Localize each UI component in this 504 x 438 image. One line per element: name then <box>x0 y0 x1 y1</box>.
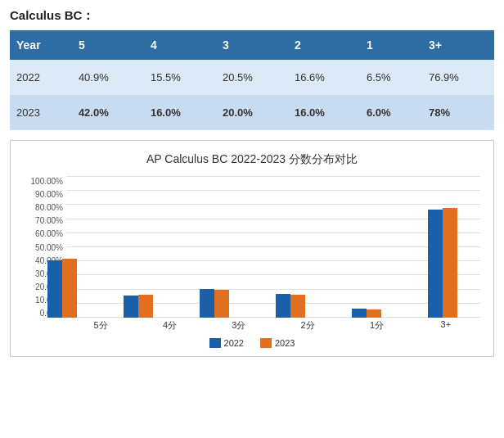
cell-value: 16.0% <box>144 95 216 130</box>
bar-group-3+ <box>404 177 480 318</box>
bar-2023 <box>62 259 77 318</box>
cell-value: 76.9% <box>422 60 494 95</box>
table-header-row: Year 5 4 3 2 1 3+ <box>10 30 494 60</box>
col-2: 2 <box>288 30 360 60</box>
bar-2023 <box>443 208 457 318</box>
chart-container: AP Calculus BC 2022-2023 分数分布对比 0.00%10.… <box>10 140 494 357</box>
col-1: 1 <box>360 30 422 60</box>
legend-2022: 2022 <box>209 338 244 348</box>
legend: 2022 2023 <box>24 338 480 348</box>
bar-group-2分 <box>252 177 328 318</box>
x-label: 2分 <box>273 319 342 332</box>
bar-2022 <box>124 296 138 318</box>
bar-2023 <box>290 295 305 318</box>
cell-year: 2022 <box>10 60 72 95</box>
table-row: 202240.9%15.5%20.5%16.6%6.5%76.9% <box>10 60 494 95</box>
bar-2022 <box>352 309 367 318</box>
bar-group-1分 <box>328 177 404 318</box>
legend-label-2023: 2023 <box>275 338 295 348</box>
data-table: Year 5 4 3 2 1 3+ 202240.9%15.5%20.5%16.… <box>10 30 494 130</box>
cell-value: 20.5% <box>216 60 288 95</box>
cell-value: 20.0% <box>216 95 288 130</box>
bar-2022 <box>428 210 443 318</box>
cell-value: 78% <box>422 95 494 130</box>
legend-box-2022 <box>209 338 221 348</box>
x-label: 3+ <box>412 319 480 332</box>
cell-value: 16.6% <box>288 60 360 95</box>
bar-group-4分 <box>100 177 176 318</box>
bar-2022 <box>200 289 214 318</box>
page-wrapper: Calculus BC： Year 5 4 3 2 1 3+ 202240.9%… <box>0 0 504 365</box>
x-label: 5分 <box>66 319 135 332</box>
col-year: Year <box>10 30 72 60</box>
x-labels: 5分4分3分2分1分3+ <box>24 319 480 332</box>
chart-title: AP Calculus BC 2022-2023 分数分布对比 <box>24 152 480 167</box>
bar-2022 <box>276 294 290 318</box>
cell-value: 40.9% <box>72 60 144 95</box>
section-title: Calculus BC： <box>10 8 494 24</box>
x-label: 4分 <box>135 319 204 332</box>
bar-2022 <box>47 260 62 318</box>
cell-value: 6.5% <box>360 60 422 95</box>
col-4: 4 <box>144 30 216 60</box>
bar-2023 <box>367 309 381 318</box>
cell-value: 15.5% <box>144 60 216 95</box>
col-3plus: 3+ <box>422 30 494 60</box>
col-3: 3 <box>216 30 288 60</box>
bar-2023 <box>214 290 229 318</box>
bars-group <box>24 177 480 318</box>
legend-box-2023 <box>260 338 272 348</box>
bar-group-3分 <box>176 177 252 318</box>
legend-2023: 2023 <box>260 338 295 348</box>
x-label: 1分 <box>342 319 411 332</box>
bar-group-5分 <box>24 177 100 318</box>
col-5: 5 <box>72 30 144 60</box>
cell-value: 6.0% <box>360 95 422 130</box>
x-label: 3分 <box>205 319 273 332</box>
bar-2023 <box>138 295 153 318</box>
cell-value: 16.0% <box>288 95 360 130</box>
cell-year: 2023 <box>10 95 72 130</box>
cell-value: 42.0% <box>72 95 144 130</box>
legend-label-2022: 2022 <box>224 338 244 348</box>
table-row: 202342.0%16.0%20.0%16.0%6.0%78% <box>10 95 494 130</box>
